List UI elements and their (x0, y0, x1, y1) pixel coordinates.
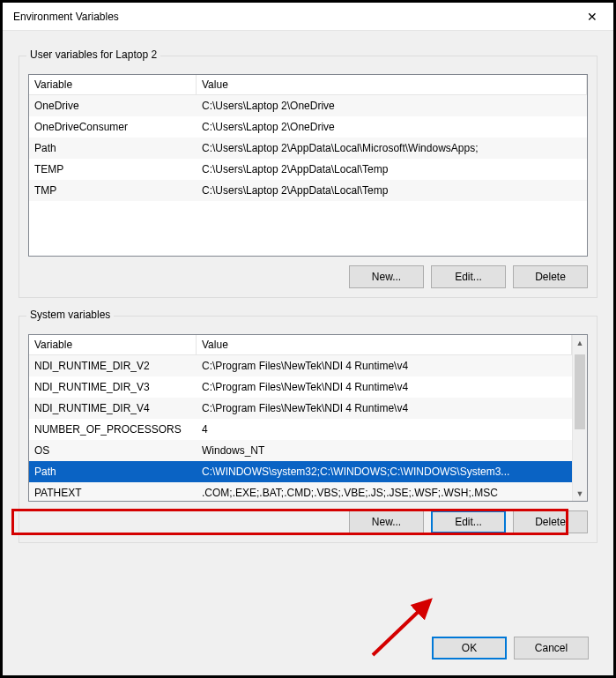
table-row[interactable]: NUMBER_OF_PROCESSORS4 (29, 419, 572, 440)
row-value: Windows_NT (197, 444, 572, 457)
row-value: C:\Users\Laptop 2\AppData\Local\Temp (197, 184, 587, 197)
user-variables-legend: User variables for Laptop 2 (26, 48, 160, 61)
row-value: C:\Users\Laptop 2\OneDrive (197, 121, 587, 133)
table-row[interactable]: OneDriveC:\Users\Laptop 2\OneDrive (29, 95, 587, 116)
table-row[interactable]: NDI_RUNTIME_DIR_V2C:\Program Files\NewTe… (29, 355, 572, 376)
system-delete-button[interactable]: Delete (513, 510, 588, 533)
scroll-down-icon[interactable]: ▼ (573, 486, 587, 501)
row-value: C:\Users\Laptop 2\AppData\Local\Temp (197, 163, 587, 175)
system-list-header: Variable Value (29, 335, 572, 355)
content-area: User variables for Laptop 2 Variable Val… (3, 31, 613, 675)
table-row[interactable]: TMPC:\Users\Laptop 2\AppData\Local\Temp (29, 180, 587, 201)
row-variable: Path (29, 466, 197, 478)
table-row[interactable]: PATHEXT.COM;.EXE;.BAT;.CMD;.VBS;.VBE;.JS… (29, 482, 572, 501)
scroll-thumb[interactable] (575, 354, 585, 429)
ok-button[interactable]: OK (432, 637, 507, 659)
row-variable: NUMBER_OF_PROCESSORS (29, 423, 197, 436)
user-header-variable[interactable]: Variable (29, 75, 197, 94)
table-row[interactable]: NDI_RUNTIME_DIR_V3C:\Program Files\NewTe… (29, 376, 572, 398)
row-value: C:\Users\Laptop 2\AppData\Local\Microsof… (197, 142, 587, 154)
titlebar: Environment Variables ✕ (3, 3, 613, 31)
row-variable: OS (29, 444, 197, 457)
row-value: C:\Program Files\NewTek\NDI 4 Runtime\v4 (197, 360, 572, 372)
table-row[interactable]: PathC:\Users\Laptop 2\AppData\Local\Micr… (29, 138, 587, 159)
user-variables-list[interactable]: Variable Value OneDriveC:\Users\Laptop 2… (28, 74, 588, 257)
user-button-row: New... Edit... Delete (28, 265, 588, 288)
user-delete-button[interactable]: Delete (513, 265, 588, 288)
row-value: .COM;.EXE;.BAT;.CMD;.VBS;.VBE;.JS;.JSE;.… (197, 487, 572, 499)
system-list-scrollbar[interactable]: ▲ ▼ (572, 335, 587, 501)
user-list-header: Variable Value (29, 75, 587, 95)
row-value: C:\Program Files\NewTek\NDI 4 Runtime\v4 (197, 402, 572, 414)
scroll-track[interactable] (573, 350, 587, 486)
row-value: C:\Program Files\NewTek\NDI 4 Runtime\v4 (197, 381, 572, 393)
dialog-button-row: OK Cancel (432, 637, 589, 659)
user-new-button[interactable]: New... (349, 265, 424, 288)
row-variable: NDI_RUNTIME_DIR_V2 (29, 360, 197, 372)
row-variable: Path (29, 142, 197, 154)
row-variable: NDI_RUNTIME_DIR_V4 (29, 402, 197, 414)
user-edit-button[interactable]: Edit... (431, 265, 506, 288)
system-variables-group: System variables Variable Value NDI_RUNT… (19, 316, 597, 543)
scroll-up-icon[interactable]: ▲ (573, 335, 587, 350)
table-row[interactable]: NDI_RUNTIME_DIR_V4C:\Program Files\NewTe… (29, 398, 572, 419)
system-button-row: New... Edit... Delete (28, 510, 588, 533)
close-button[interactable]: ✕ (572, 4, 612, 30)
table-row[interactable]: PathC:\WINDOWS\system32;C:\WINDOWS;C:\WI… (29, 461, 572, 482)
row-value: C:\Users\Laptop 2\OneDrive (197, 100, 587, 112)
table-row[interactable]: TEMPC:\Users\Laptop 2\AppData\Local\Temp (29, 159, 587, 180)
row-value: 4 (197, 423, 572, 436)
user-header-value[interactable]: Value (197, 75, 587, 94)
row-variable: TEMP (29, 163, 197, 175)
row-variable: OneDrive (29, 100, 197, 112)
row-value: C:\WINDOWS\system32;C:\WINDOWS;C:\WINDOW… (197, 466, 572, 478)
system-variables-legend: System variables (26, 309, 114, 321)
svg-line-0 (373, 600, 430, 655)
environment-variables-dialog: Environment Variables ✕ User variables f… (0, 0, 616, 678)
system-header-variable[interactable]: Variable (29, 335, 197, 354)
system-variables-list[interactable]: Variable Value NDI_RUNTIME_DIR_V2C:\Prog… (28, 334, 588, 502)
table-row[interactable]: OSWindows_NT (29, 440, 572, 461)
system-header-value[interactable]: Value (197, 335, 572, 354)
system-edit-button[interactable]: Edit... (431, 510, 506, 533)
table-row[interactable]: OneDriveConsumerC:\Users\Laptop 2\OneDri… (29, 116, 587, 138)
row-variable: NDI_RUNTIME_DIR_V3 (29, 381, 197, 393)
window-title: Environment Variables (13, 11, 119, 23)
row-variable: OneDriveConsumer (29, 121, 197, 133)
row-variable: PATHEXT (29, 487, 197, 499)
close-icon: ✕ (587, 10, 597, 24)
user-variables-group: User variables for Laptop 2 Variable Val… (19, 56, 597, 298)
row-variable: TMP (29, 184, 197, 197)
cancel-button[interactable]: Cancel (514, 637, 589, 659)
system-new-button[interactable]: New... (349, 510, 424, 533)
